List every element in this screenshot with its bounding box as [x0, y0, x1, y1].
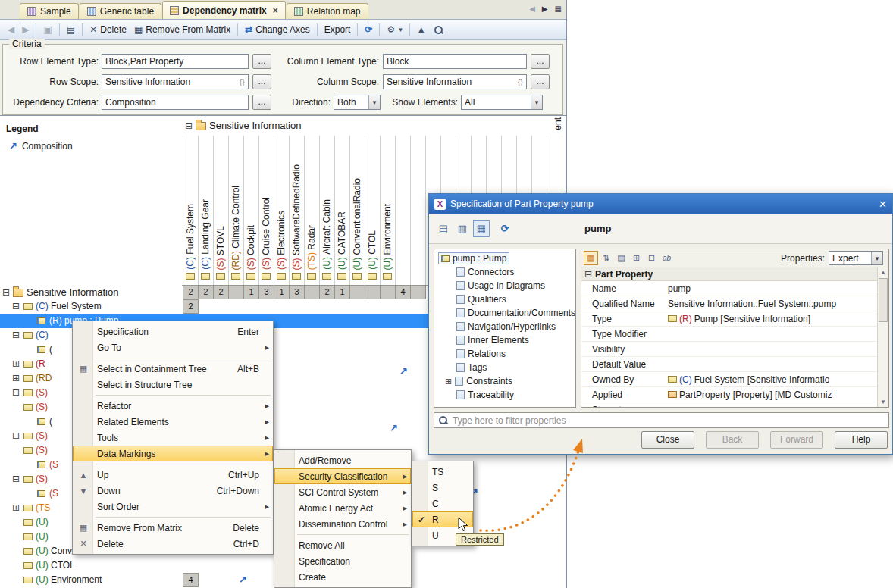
property-row-owned-by[interactable]: Owned By(C) Fuel System [Sensitive Infor…	[581, 372, 879, 387]
collapse-criteria-button[interactable]: ▲	[414, 23, 429, 36]
collapse-all-icon[interactable]: ⊟	[644, 251, 659, 265]
property-row-default-value[interactable]: Default Value	[581, 357, 879, 372]
forward-button[interactable]: Forward	[770, 431, 823, 449]
description-icon[interactable]: ▤	[614, 251, 628, 265]
back-button[interactable]: Back	[706, 431, 759, 449]
menu-item-dissemination-control[interactable]: Dissemination Control▸	[274, 516, 411, 532]
menu-item-sci-control-system[interactable]: SCI Control System▸	[274, 484, 411, 500]
composition-cell-icon[interactable]: ↗	[400, 365, 408, 377]
menu-item-data-markings[interactable]: Data Markings▸	[73, 446, 273, 461]
menu-item-security-classification[interactable]: Security Classification▸	[274, 468, 411, 484]
refresh-icon[interactable]: ⟳	[497, 220, 513, 237]
table-view-icon[interactable]: ▦	[473, 220, 490, 237]
close-button[interactable]: Close	[641, 431, 694, 449]
row-root-node[interactable]: ⊟ Sensitive Information	[0, 285, 182, 299]
column-header-landing-gear[interactable]: (C) Landing Gear	[198, 199, 213, 270]
scrollbar-thumb[interactable]	[879, 278, 888, 322]
tab-generic-table[interactable]: Generic table	[80, 3, 161, 19]
settings-button[interactable]: ⚙▾	[384, 23, 405, 36]
refresh-button[interactable]: ⟳	[362, 23, 375, 36]
spec-tree-item-qualifiers[interactable]: Qualifiers	[436, 292, 574, 306]
group-by-category-icon[interactable]: ▦	[584, 251, 598, 265]
property-row-name[interactable]: Namepump	[581, 281, 879, 296]
scroll-down-icon[interactable]: ▼	[878, 397, 888, 407]
spec-tree-item-constraints[interactable]: ⊞Constraints	[436, 374, 574, 388]
spec-tree-item-traceability[interactable]: Traceability	[436, 388, 574, 402]
row-scope-input[interactable]: Sensitive Information{}	[102, 74, 249, 89]
dialog-titlebar[interactable]: X Specification of Part Property pump ✕	[429, 194, 892, 214]
tab-scroll-right-icon[interactable]: ▶	[542, 5, 548, 13]
abc-icon[interactable]: ab	[660, 251, 674, 265]
menu-item-refactor[interactable]: Refactor▸	[73, 398, 273, 414]
search-button[interactable]	[431, 23, 446, 36]
close-icon[interactable]: ✕	[879, 199, 887, 210]
tab-dependency-matrix[interactable]: Dependency matrix×	[162, 1, 286, 19]
menu-item-sort-order[interactable]: Sort Order▸	[73, 499, 273, 514]
spec-tree-item-usage-in-diagrams[interactable]: Usage in Diagrams	[436, 279, 574, 292]
tab-relation-map[interactable]: Relation map	[287, 3, 368, 19]
column-header-aircraft-cabin[interactable]: (U) Aircraft Cabin	[319, 199, 334, 270]
tab-close-icon[interactable]: ×	[273, 5, 278, 16]
form-view-icon[interactable]: ▤	[435, 220, 452, 237]
dependency-criteria-more-button[interactable]: ...	[252, 95, 271, 110]
property-row-type[interactable]: Type(R) Pump [Sensitive Information]	[581, 311, 879, 327]
expander-icon[interactable]: ⊟	[12, 328, 20, 342]
expander-icon[interactable]: ⊞	[12, 371, 20, 386]
spec-tree-item-connectors[interactable]: Connectors	[436, 265, 574, 279]
expander-icon[interactable]: ⊟	[12, 429, 20, 443]
collapse-group-icon[interactable]: ⊟	[584, 269, 592, 280]
column-header-conventionalradio[interactable]: (U) ConventionalRadio	[349, 178, 365, 270]
menu-item-select-in-containment-tree[interactable]: ▦Select in Containment TreeAlt+B	[73, 361, 273, 377]
column-header-ctol[interactable]: (U) CTOL	[365, 230, 380, 270]
menu-item-specification[interactable]: Specification	[274, 553, 411, 569]
menu-item-create[interactable]: Create	[274, 569, 411, 585]
help-button[interactable]: Help	[835, 431, 888, 449]
column-root-node[interactable]: ⊟ Sensitive Information	[185, 120, 301, 131]
property-row-applied-stereotype[interactable]: Applied StereotypePartProperty [Property…	[581, 387, 879, 402]
property-row-qualified-name[interactable]: Qualified NameSensitive Information::Fue…	[581, 296, 879, 311]
menu-item-atomic-energy-act[interactable]: Atomic Energy Act▸	[274, 500, 411, 516]
direction-select[interactable]: Both▾	[334, 95, 381, 110]
export-button[interactable]: Export	[321, 23, 354, 36]
spec-tree-item-pump-pump[interactable]: pump : Pump	[436, 252, 574, 265]
property-group-part-property[interactable]: ⊟ Part Property	[581, 267, 879, 281]
paste-button[interactable]: ▣	[40, 23, 55, 36]
spec-tree-item-inner-elements[interactable]: Inner Elements	[436, 333, 574, 347]
spec-tree-item-tags[interactable]: Tags	[436, 361, 574, 374]
tab-sample[interactable]: Sample	[20, 3, 79, 19]
row-element-type-more-button[interactable]: ...	[252, 54, 271, 69]
collapse-icon[interactable]: ⊟	[2, 287, 10, 298]
menu-item-related-elements[interactable]: Related Elements▸	[73, 414, 273, 430]
column-header-electronics[interactable]: (S) Electronics	[274, 211, 289, 270]
scroll-up-icon[interactable]: ▲	[878, 267, 888, 277]
expander-icon[interactable]: ⊞	[12, 357, 20, 371]
expand-icon[interactable]: ⊞	[445, 377, 452, 386]
expand-all-icon[interactable]: ⊞	[629, 251, 644, 265]
menu-item-delete[interactable]: ✕DeleteCtrl+D	[73, 536, 273, 552]
expander-icon[interactable]: ⊟	[12, 299, 20, 314]
tab-scroll-left-icon[interactable]: ◀	[529, 5, 535, 13]
dependency-criteria-input[interactable]: Composition	[102, 95, 249, 110]
column-header-cruise-control[interactable]: (S) Cruise Control	[258, 197, 274, 270]
spec-tree-item-documentation-comments[interactable]: Documentation/Comments	[436, 306, 574, 320]
column-scope-input[interactable]: Sensitive Information{}	[383, 74, 527, 89]
open-specification-button[interactable]: ▤	[64, 23, 78, 36]
back-button[interactable]: ◀	[5, 23, 17, 36]
composition-cell-icon[interactable]: ↗	[390, 422, 398, 433]
menu-item-go-to[interactable]: Go To▸	[73, 339, 273, 355]
expander-icon[interactable]: ⊞	[12, 501, 20, 515]
menu-item-s[interactable]: S	[412, 480, 473, 496]
row-scope-more-button[interactable]: ...	[252, 74, 271, 89]
column-scope-more-button[interactable]: ...	[531, 74, 550, 89]
forward-button[interactable]: ▶	[19, 23, 32, 36]
show-elements-select[interactable]: All▾	[461, 95, 543, 110]
menu-item-tools[interactable]: Tools▸	[73, 430, 273, 446]
column-header-fuel-system[interactable]: (C) Fuel System	[183, 204, 198, 270]
column-header-cockpit[interactable]: (S) Cockpit	[243, 225, 258, 270]
column-header-radar[interactable]: (TS) Radar	[304, 225, 319, 270]
property-row-visibility[interactable]: Visibility	[581, 342, 879, 357]
menu-item-add-remove[interactable]: Add/Remove	[274, 452, 411, 468]
column-element-type-input[interactable]: Block	[383, 54, 527, 69]
remove-from-matrix-button[interactable]: ▦Remove From Matrix	[131, 23, 233, 36]
menu-item-ts[interactable]: TS	[412, 464, 473, 480]
